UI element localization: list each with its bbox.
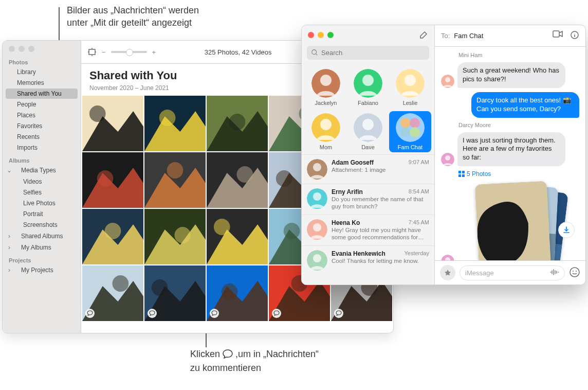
photos-traffic-lights[interactable] [3, 41, 81, 55]
conversation-row[interactable]: Erny Arifin 8:54 AM Do you remember the … [302, 184, 434, 215]
conversation-preview: Hey! Gray told me you might have some go… [332, 226, 429, 241]
pinned-conversation[interactable]: Leslie [389, 67, 431, 108]
sidebar-item-places[interactable]: Places [6, 110, 78, 120]
sidebar-item-screenshots[interactable]: Screenshots [6, 220, 78, 230]
search-input[interactable] [307, 46, 429, 60]
sidebar-item-portrait[interactable]: Portrait [6, 209, 78, 219]
conversation-row[interactable]: Adam Gooseff 9:07 AM Attachment: 1 image [302, 154, 434, 184]
sidebar-item-library[interactable]: Library [6, 67, 78, 77]
details-icon[interactable] [570, 30, 579, 41]
callout-bottom-post: ,um in „Nachrichten“ [235, 349, 319, 359]
avatar [441, 255, 454, 260]
conversation-time: 9:07 AM [409, 159, 429, 166]
sidebar-item-label: Memories [17, 79, 44, 86]
download-button[interactable] [558, 222, 575, 238]
reply-in-messages-icon[interactable] [85, 309, 95, 318]
photo-thumbnail[interactable] [82, 96, 143, 151]
message-input[interactable]: iMessage [460, 265, 565, 280]
facetime-icon[interactable] [553, 30, 563, 41]
sidebar-item-media-types[interactable]: ⌄ Media Types [6, 165, 78, 175]
svg-point-69 [445, 77, 450, 82]
photo-stack-label: 5 Photos [467, 170, 491, 178]
svg-point-65 [313, 254, 321, 262]
photo-thumbnail[interactable] [144, 152, 206, 208]
photo-thumbnail[interactable] [144, 96, 206, 151]
sidebar-item-memories[interactable]: Memories [6, 78, 78, 88]
svg-point-29 [284, 223, 300, 239]
sidebar-item-live-photos[interactable]: Live Photos [6, 198, 78, 208]
message-bubble-outgoing[interactable]: Darcy took all the best ones! 📸 Can you … [471, 92, 579, 118]
callout-top: Bilder aus „Nachrichten“ werden unter „M… [67, 4, 199, 29]
sidebar-item-people[interactable]: People [6, 99, 78, 110]
photo-thumbnail[interactable] [144, 265, 206, 321]
sidebar-item-imports[interactable]: Imports [6, 143, 78, 153]
messages-thread-pane: To: Fam Chat Mini Ham Such a great weeke… [435, 25, 585, 285]
zoom-slider[interactable] [111, 51, 147, 53]
messages-traffic-lights[interactable] [308, 32, 334, 38]
sidebar-item-my-projects[interactable]: › My Projects [6, 265, 78, 275]
photo-thumbnail[interactable] [82, 209, 143, 264]
emoji-button[interactable] [569, 267, 580, 279]
photo-thumbnail[interactable] [207, 209, 268, 264]
sidebar-item-videos[interactable]: Videos [6, 176, 78, 187]
svg-rect-0 [89, 49, 95, 55]
pinned-conversation[interactable]: Jackelyn [305, 67, 347, 108]
photo-thumbnail[interactable] [82, 265, 143, 321]
pinned-conversation[interactable]: Mom [305, 111, 347, 152]
avatar [441, 153, 454, 166]
speech-bubble-icon [223, 349, 233, 362]
sidebar-item-label: Videos [23, 178, 42, 185]
message-bubble[interactable]: I was just sorting through them. Here ar… [457, 132, 565, 167]
message-composer: iMessage [435, 260, 585, 285]
svg-point-44 [320, 75, 332, 86]
reply-in-messages-icon[interactable] [148, 309, 157, 318]
svg-point-83 [570, 268, 579, 277]
conversation-preview: Do you remember the name of that guy fro… [332, 196, 429, 210]
message-bubble[interactable]: Such a great weekend! Who has pics to sh… [457, 62, 565, 88]
photo-stack[interactable] [473, 183, 560, 260]
reply-in-messages-icon[interactable] [272, 309, 281, 318]
svg-point-37 [222, 283, 238, 300]
sidebar-item-label: Shared Albums [21, 233, 63, 240]
audio-message-icon[interactable] [550, 269, 559, 277]
sender-name: Mini Ham [441, 52, 579, 58]
sidebar-item-label: Live Photos [23, 200, 56, 207]
photo-thumbnail[interactable] [207, 152, 268, 208]
sidebar-item-shared-with-you[interactable]: Shared with You [6, 88, 78, 99]
svg-point-63 [313, 223, 321, 232]
svg-point-7 [229, 114, 246, 130]
zoom-in-button[interactable]: + [152, 48, 156, 56]
photo-thumbnail[interactable] [82, 152, 143, 208]
svg-point-61 [313, 192, 321, 201]
sidebar-item-recents[interactable]: Recents [6, 132, 78, 142]
photo-stack-link[interactable]: 5 Photos [458, 170, 579, 178]
conversation-row[interactable]: Heena Ko 7:45 AM Hey! Gray told me you m… [302, 215, 434, 245]
pin-label: Fam Chat [398, 144, 422, 150]
svg-point-57 [410, 127, 420, 137]
svg-rect-75 [462, 174, 465, 177]
conversation-row[interactable]: Evania Henkewich Yesterday Cool! Thanks … [302, 245, 434, 275]
conversation-time: Yesterday [404, 250, 429, 257]
reply-in-messages-icon[interactable] [334, 309, 343, 318]
aspect-icon[interactable] [87, 47, 97, 57]
avatar [396, 113, 425, 142]
message-row-outgoing: Darcy took all the best ones! 📸 Can you … [441, 92, 579, 118]
sidebar-item-selfies[interactable]: Selfies [6, 187, 78, 198]
pinned-conversation[interactable]: Dave [347, 111, 389, 152]
message-thread: Mini Ham Such a great weekend! Who has p… [435, 47, 585, 260]
photo-thumbnail[interactable] [144, 209, 206, 264]
photo-thumbnail[interactable] [207, 265, 268, 321]
chevron-right-icon: › [6, 267, 13, 274]
message-row: Such a great weekend! Who has pics to sh… [441, 62, 579, 88]
pinned-conversation[interactable]: Fam Chat [389, 111, 431, 152]
pinned-conversation[interactable]: Fabiano [347, 67, 389, 108]
apps-button[interactable] [440, 265, 455, 280]
sidebar-item-favorites[interactable]: Favorites [6, 121, 78, 131]
zoom-out-button[interactable]: − [102, 48, 106, 56]
sidebar-item-my-albums[interactable]: › My Albums [6, 242, 78, 253]
photo-thumbnail[interactable] [207, 96, 268, 151]
conversation-name: Evania Henkewich [332, 250, 385, 257]
reply-in-messages-icon[interactable] [210, 309, 219, 318]
sidebar-item-shared-albums[interactable]: › Shared Albums [6, 231, 78, 241]
compose-icon[interactable] [419, 30, 428, 40]
